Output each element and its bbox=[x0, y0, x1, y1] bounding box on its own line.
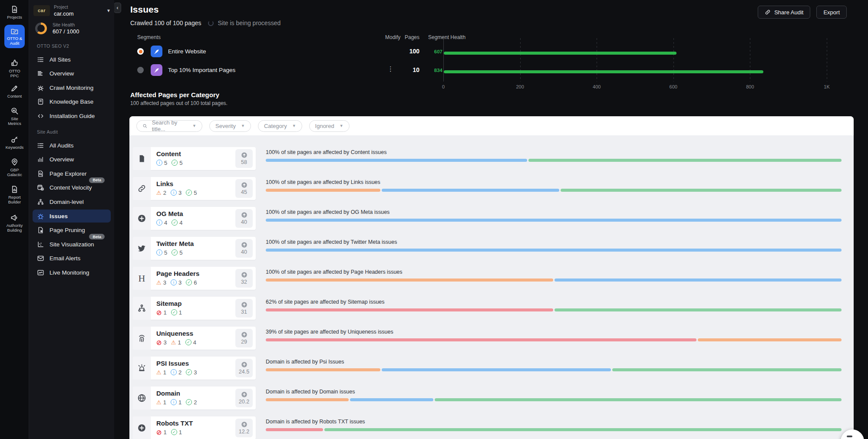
segment-modify-menu-icon[interactable]: ⋮ bbox=[387, 65, 394, 73]
rail-item-report-builder[interactable]: Report Builder bbox=[0, 185, 29, 205]
category-row-sitemap: Sitemap⊘1✓13162% of site pages are affec… bbox=[133, 297, 854, 320]
sidebar-item-installation-guide[interactable]: Installation Guide bbox=[33, 109, 111, 122]
rail-item-authority-building[interactable]: Authority Building bbox=[0, 213, 29, 233]
severity-count-warning: ⚠2 bbox=[156, 190, 166, 196]
category-bar bbox=[266, 368, 842, 371]
bars-icon bbox=[37, 156, 44, 163]
sidebar-item-live-monitoring[interactable]: Live Monitoring bbox=[33, 266, 111, 279]
sidebar-item-all-sites[interactable]: All Sites bbox=[33, 53, 111, 66]
rail-item-otto-ppc[interactable]: OTTO PPC bbox=[0, 59, 29, 79]
app-root: ProjectsOTTO & AuditOTTO PPCContentSite … bbox=[0, 0, 868, 439]
globe-icon bbox=[137, 393, 146, 403]
category-card[interactable]: Contenti5✓558 bbox=[151, 147, 256, 170]
pulse-icon bbox=[37, 269, 44, 276]
category-card[interactable]: Sitemap⊘1✓131 bbox=[151, 297, 256, 320]
severity-count-passed: ✓2 bbox=[186, 399, 197, 406]
segment-health-bar bbox=[444, 52, 677, 55]
category-bar bbox=[266, 189, 842, 192]
sidebar-item-content-velocity[interactable]: Content VelocityBeta bbox=[33, 181, 111, 194]
rail-item-content[interactable]: Content bbox=[0, 84, 29, 99]
export-button[interactable]: Export bbox=[816, 6, 847, 19]
arrow-up-circle-icon bbox=[241, 152, 248, 158]
category-icon-cell bbox=[133, 327, 151, 350]
rail-item-otto-audit[interactable]: OTTO & Audit bbox=[4, 25, 25, 48]
arrow-up-circle-icon bbox=[241, 301, 248, 308]
bar-segment-blue bbox=[266, 219, 842, 222]
sidebar-item-email-alerts[interactable]: Email Alerts bbox=[33, 252, 111, 265]
severity-filter-dropdown[interactable]: Severity ▼ bbox=[209, 120, 251, 132]
category-bar bbox=[266, 219, 842, 222]
rail-item-site-metrics[interactable]: Site Metrics bbox=[0, 107, 29, 126]
segment-name: Entire Website bbox=[168, 48, 206, 55]
main-content: ‹ Issues Crawled 100 of 100 pages Site i… bbox=[114, 0, 868, 439]
severity-count-critical: ⊘3 bbox=[156, 339, 167, 346]
chart-gridline bbox=[827, 38, 827, 82]
category-score: 40 bbox=[241, 219, 247, 225]
category-score-badge: 45 bbox=[235, 179, 253, 198]
chevron-down-icon: ▼ bbox=[292, 124, 296, 128]
chart-tick-label: 0 bbox=[442, 84, 445, 89]
bar-segment-blue bbox=[350, 398, 433, 401]
chart-tick-label: 1K bbox=[824, 84, 829, 89]
chevron-down-icon[interactable]: ▼ bbox=[106, 8, 111, 13]
processing-status: Site is being processed bbox=[218, 20, 281, 26]
sidebar-item-crawl-monitoring[interactable]: Crawl Monitoring bbox=[33, 81, 111, 94]
segment-pen-icon bbox=[151, 46, 162, 57]
map-pin-icon bbox=[10, 158, 19, 166]
sidebar-item-overview[interactable]: Overview bbox=[33, 153, 111, 166]
list-icon bbox=[37, 56, 44, 63]
arrow-up-circle-icon bbox=[241, 182, 248, 188]
sidebar-item-overview[interactable]: Overview bbox=[33, 67, 111, 80]
category-card[interactable]: Uniqueness⊘3⚠1✓429 bbox=[151, 327, 256, 350]
category-card[interactable]: Page Headers⚠3i3✓632 bbox=[151, 267, 256, 290]
category-row-robots-txt: Robots TXT⊘1✓112.2Domain is affected by … bbox=[133, 416, 854, 439]
category-score: 20.2 bbox=[239, 399, 249, 405]
ignored-filter-dropdown[interactable]: Ignored ▼ bbox=[309, 120, 350, 132]
link-icon bbox=[765, 9, 771, 15]
circle-plus-icon bbox=[137, 423, 146, 432]
project-selector[interactable]: car Project car.com ▼ bbox=[33, 2, 111, 19]
category-row-psi-issues: PSI Issues⚠1i2✓324.5Domain is affected b… bbox=[133, 357, 854, 380]
chat-widget-dash-icon bbox=[847, 436, 852, 437]
category-card[interactable]: Domain⚠1i1✓220.2 bbox=[151, 387, 256, 410]
segment-radio[interactable] bbox=[137, 48, 144, 55]
sidebar-item-knowledge-base[interactable]: Knowledge Base bbox=[33, 95, 111, 108]
category-card[interactable]: Twitter Metai5✓540 bbox=[151, 237, 256, 260]
category-card[interactable]: OG Metai4✓440 bbox=[151, 207, 256, 230]
bar-segment-red bbox=[266, 338, 696, 341]
category-score-badge: 29 bbox=[235, 329, 253, 347]
severity-count-passed: ✓4 bbox=[185, 339, 196, 346]
sidebar-item-issues[interactable]: Issues bbox=[33, 210, 111, 223]
category-card[interactable]: PSI Issues⚠1i2✓324.5 bbox=[151, 357, 256, 380]
search-input[interactable]: Search by title... ▼ bbox=[136, 120, 202, 132]
rail-item-projects[interactable]: Projects bbox=[0, 5, 29, 20]
category-card[interactable]: Robots TXT⊘1✓112.2 bbox=[151, 416, 256, 439]
category-card[interactable]: Links⚠2i3✓545 bbox=[151, 177, 256, 200]
crawled-status: Crawled 100 of 100 pages bbox=[130, 20, 201, 26]
crawl-status-line: Crawled 100 of 100 pages Site is being p… bbox=[130, 20, 281, 26]
rail-item-gbp-galactic[interactable]: GBP Galactic bbox=[0, 158, 29, 177]
category-score: 31 bbox=[241, 309, 247, 315]
segment-radio[interactable] bbox=[137, 67, 144, 73]
bar-segment-blue bbox=[266, 249, 842, 252]
arrow-up-circle-icon bbox=[241, 361, 248, 368]
sidebar-item-all-audits[interactable]: All Audits bbox=[33, 139, 111, 152]
sidebar-item-site-visualization[interactable]: Site VisualizationBeta bbox=[33, 238, 111, 251]
key-icon bbox=[10, 135, 19, 144]
arrow-up-circle-icon bbox=[241, 272, 248, 278]
category-filter-dropdown[interactable]: Category ▼ bbox=[258, 120, 302, 132]
pages-column-header: Pages bbox=[396, 34, 419, 40]
collapse-sidebar-button[interactable]: ‹ bbox=[114, 3, 121, 13]
category-bar-text: Domain is affected by Robots TXT issues bbox=[266, 419, 365, 425]
segment-health-value: 607 bbox=[424, 49, 442, 54]
sidebar-item-domain-level[interactable]: Domain-level bbox=[33, 195, 111, 208]
severity-count-passed: ✓5 bbox=[186, 190, 197, 196]
rail-item-keywords[interactable]: Keywords bbox=[0, 135, 29, 150]
bar-segment-green bbox=[612, 368, 842, 371]
share-audit-button[interactable]: Share Audit bbox=[758, 6, 810, 19]
chart-tick-label: 400 bbox=[593, 84, 601, 89]
category-score-badge: 24.5 bbox=[235, 359, 253, 377]
chevron-down-icon: ▼ bbox=[241, 124, 245, 128]
severity-count-passed: ✓4 bbox=[172, 220, 182, 226]
arrow-up-circle-icon bbox=[241, 212, 248, 218]
